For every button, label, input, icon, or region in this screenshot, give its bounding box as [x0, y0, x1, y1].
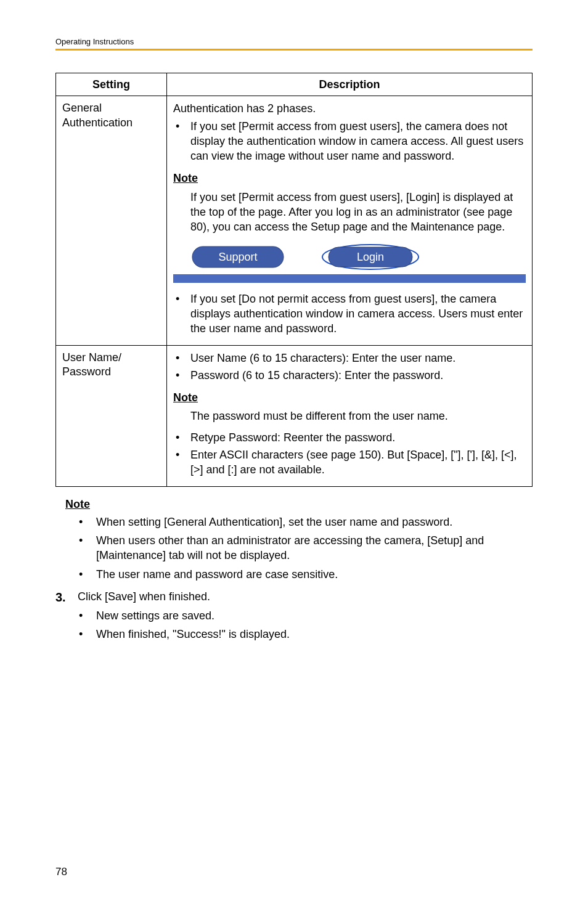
list-item: Enter ASCII characters (see page 150). B…	[173, 447, 526, 478]
general-bullets-2: If you set [Do not permit access from gu…	[173, 291, 526, 336]
list-item: When setting [General Authentication], s…	[79, 515, 533, 529]
general-intro: Authentication has 2 phases.	[173, 101, 526, 116]
page: Operating Instructions Setting Descripti…	[0, 0, 588, 909]
user-bullets-2: Retype Password: Reenter the password. E…	[173, 430, 526, 478]
col-header-description: Description	[167, 73, 533, 96]
pill-row: Support Login	[192, 243, 526, 271]
support-button[interactable]: Support	[192, 246, 284, 268]
table-row: General Authentication Authentication ha…	[56, 96, 533, 345]
list-item: When users other than an administrator a…	[79, 533, 533, 563]
setting-label-user: User Name/ Password	[62, 351, 160, 380]
setting-label-general: General Authentication	[62, 101, 160, 130]
cell-desc-user: User Name (6 to 15 characters): Enter th…	[167, 345, 533, 486]
cell-setting-general: General Authentication	[56, 96, 167, 345]
header-rule	[55, 49, 533, 51]
settings-table: Setting Description General Authenticati…	[55, 73, 533, 487]
step-item: 3. Click [Save] when finished.	[55, 589, 533, 606]
user-note-text: The password must be different from the …	[190, 409, 526, 423]
list-item: When finished, "Success!" is displayed.	[79, 627, 533, 642]
login-button[interactable]: Login	[321, 243, 420, 271]
header-section-text: Operating Instructions	[55, 37, 533, 46]
list-item: If you set [Do not permit access from gu…	[173, 291, 526, 336]
list-item: Retype Password: Reenter the password.	[173, 430, 526, 445]
outer-note: Note When setting [General Authenticatio…	[55, 498, 533, 582]
table-row: User Name/ Password User Name (6 to 15 c…	[56, 345, 533, 486]
note-heading: Note	[65, 498, 533, 511]
step-list: 3. Click [Save] when finished. New setti…	[55, 589, 533, 642]
general-note-text: If you set [Permit access from guest use…	[190, 190, 526, 235]
list-item: New settings are saved.	[79, 608, 533, 623]
support-button-label: Support	[218, 251, 257, 263]
list-item: Password (6 to 15 characters): Enter the…	[173, 368, 526, 383]
login-button-label: Login	[357, 251, 384, 263]
note-heading: Note	[173, 171, 526, 185]
step-number: 3.	[55, 589, 70, 606]
outer-note-list: When setting [General Authentication], s…	[79, 515, 533, 582]
list-item: If you set [Permit access from guest use…	[173, 119, 526, 164]
step-sub-list: New settings are saved. When finished, "…	[79, 608, 533, 642]
note-heading: Note	[173, 390, 526, 405]
step-text: Click [Save] when finished.	[78, 589, 210, 604]
cell-desc-general: Authentication has 2 phases. If you set …	[167, 96, 533, 345]
blue-bar	[173, 274, 526, 283]
list-item: User Name (6 to 15 characters): Enter th…	[173, 351, 526, 365]
table-header-row: Setting Description	[56, 73, 533, 96]
cell-setting-user: User Name/ Password	[56, 345, 167, 486]
col-header-setting: Setting	[56, 73, 167, 96]
user-bullets-1: User Name (6 to 15 characters): Enter th…	[173, 351, 526, 383]
page-number: 78	[55, 866, 67, 878]
list-item: The user name and password are case sens…	[79, 567, 533, 582]
general-bullets-1: If you set [Permit access from guest use…	[173, 119, 526, 164]
